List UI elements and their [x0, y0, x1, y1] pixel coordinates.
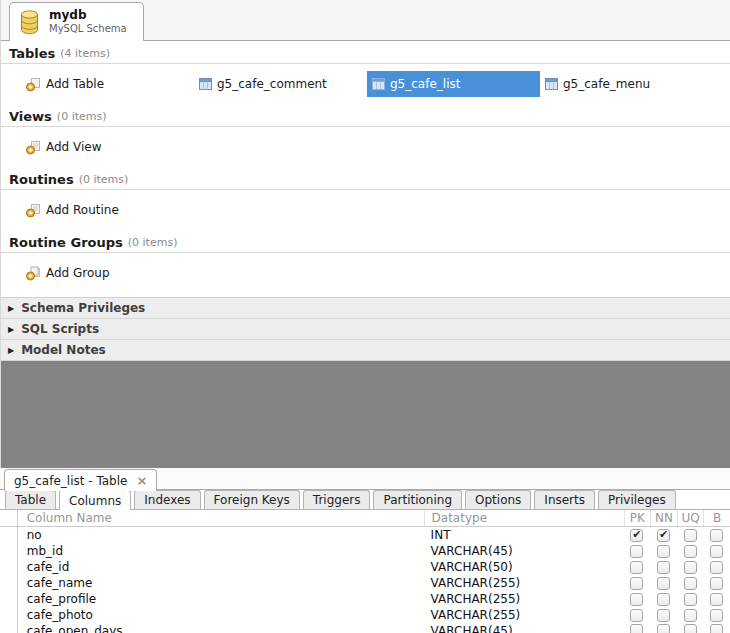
pk-checkbox[interactable] — [630, 609, 643, 622]
column-name-cell[interactable]: cafe_profile — [18, 592, 424, 606]
b-checkbox[interactable] — [710, 577, 723, 590]
tab-options[interactable]: Options — [465, 490, 531, 509]
pk-checkbox[interactable]: ✔ — [630, 529, 643, 542]
add-view-button[interactable]: Add View — [21, 134, 194, 160]
add-view-label: Add View — [46, 140, 102, 154]
pk-checkbox[interactable] — [630, 545, 643, 558]
header-b[interactable]: B — [703, 510, 730, 526]
tab-indexes[interactable]: Indexes — [134, 490, 200, 509]
column-name-cell[interactable]: cafe_id — [18, 560, 424, 574]
nn-checkbox[interactable]: ✔ — [657, 529, 670, 542]
header-datatype[interactable]: Datatype — [424, 510, 624, 526]
row-gutter — [0, 607, 18, 623]
tab-columns[interactable]: Columns — [59, 490, 131, 510]
tab-partitioning[interactable]: Partitioning — [373, 490, 462, 509]
table-row[interactable]: cafe_id VARCHAR(50) — [0, 559, 730, 575]
table-row[interactable]: cafe_open_days VARCHAR(45) — [0, 623, 730, 633]
editor-tab-bar: g5_cafe_list - Table × — [0, 468, 730, 490]
section-title: Routines — [9, 172, 74, 187]
tab-inserts[interactable]: Inserts — [534, 490, 595, 509]
tab-privileges[interactable]: Privileges — [598, 490, 676, 509]
uq-checkbox[interactable] — [684, 609, 697, 622]
add-routine-label: Add Routine — [46, 203, 119, 217]
empty-workspace-band — [1, 361, 730, 468]
header-pk[interactable]: PK — [624, 510, 651, 526]
column-name-cell[interactable]: cafe_open_days — [18, 624, 424, 633]
uq-checkbox[interactable] — [684, 593, 697, 606]
table-icon — [545, 78, 558, 90]
nn-checkbox[interactable] — [657, 593, 670, 606]
schema-tab-mydb[interactable]: mydb MySQL Schema — [9, 2, 144, 41]
column-name-cell[interactable]: mb_id — [18, 544, 424, 558]
accordion-label: Schema Privileges — [21, 301, 145, 315]
column-name-cell[interactable]: cafe_name — [18, 576, 424, 590]
add-group-label: Add Group — [46, 266, 110, 280]
nn-checkbox[interactable] — [657, 577, 670, 590]
tab-triggers[interactable]: Triggers — [303, 490, 371, 509]
header-uq[interactable]: UQ — [677, 510, 704, 526]
nn-checkbox[interactable] — [657, 561, 670, 574]
table-row[interactable]: mb_id VARCHAR(45) — [0, 543, 730, 559]
editor-tab-g5_cafe_list[interactable]: g5_cafe_list - Table × — [4, 469, 157, 491]
section-sql-scripts[interactable]: ▶ SQL Scripts — [1, 319, 730, 340]
table-row[interactable]: cafe_photo VARCHAR(255) — [0, 607, 730, 623]
uq-checkbox[interactable] — [684, 529, 697, 542]
routines-section-header: Routines (0 items) — [1, 171, 730, 190]
table-row[interactable]: cafe_name VARCHAR(255) — [0, 575, 730, 591]
schema-tab-subtitle: MySQL Schema — [49, 23, 127, 35]
datatype-cell[interactable]: VARCHAR(45) — [424, 624, 624, 633]
section-model-notes[interactable]: ▶ Model Notes — [1, 340, 730, 361]
header-column-name[interactable]: Column Name — [18, 511, 424, 525]
header-nn[interactable]: NN — [650, 510, 677, 526]
pk-checkbox[interactable] — [630, 577, 643, 590]
table-item-g5_cafe_list[interactable]: g5_cafe_list — [367, 71, 540, 97]
datatype-cell[interactable]: INT — [424, 528, 624, 542]
add-group-button[interactable]: Add Group — [21, 260, 194, 286]
datatype-cell[interactable]: VARCHAR(255) — [424, 576, 624, 590]
pk-checkbox[interactable] — [630, 624, 643, 633]
section-schema-privileges[interactable]: ▶ Schema Privileges — [1, 298, 730, 319]
datatype-cell[interactable]: VARCHAR(45) — [424, 544, 624, 558]
column-name-cell[interactable]: cafe_photo — [18, 608, 424, 622]
pk-checkbox[interactable] — [630, 593, 643, 606]
row-gutter — [0, 559, 18, 575]
tab-table[interactable]: Table — [5, 490, 56, 509]
nn-checkbox[interactable] — [657, 545, 670, 558]
tables-section-header: Tables (4 items) — [1, 45, 730, 64]
table-item-g5_cafe_comment[interactable]: g5_cafe_comment — [194, 71, 367, 97]
table-item-g5_cafe_menu[interactable]: g5_cafe_menu — [540, 71, 713, 97]
table-editor-panel: g5_cafe_list - Table × Table Columns Ind… — [0, 468, 730, 633]
close-icon[interactable]: × — [136, 474, 147, 487]
table-row[interactable]: no INT ✔ ✔ — [0, 527, 730, 543]
b-checkbox[interactable] — [710, 545, 723, 558]
uq-checkbox[interactable] — [684, 577, 697, 590]
table-item-label: g5_cafe_list — [390, 77, 460, 91]
datatype-cell[interactable]: VARCHAR(50) — [424, 560, 624, 574]
b-checkbox[interactable] — [710, 609, 723, 622]
uq-checkbox[interactable] — [684, 561, 697, 574]
uq-checkbox[interactable] — [684, 545, 697, 558]
row-gutter — [0, 543, 18, 559]
routine-groups-section-header: Routine Groups (0 items) — [1, 234, 730, 253]
add-icon — [26, 140, 41, 155]
tab-foreign-keys[interactable]: Foreign Keys — [204, 490, 300, 509]
table-item-label: g5_cafe_comment — [217, 77, 327, 91]
add-table-button[interactable]: Add Table — [21, 71, 194, 97]
uq-checkbox[interactable] — [684, 624, 697, 633]
section-count: (4 items) — [60, 47, 110, 61]
datatype-cell[interactable]: VARCHAR(255) — [424, 592, 624, 606]
table-row[interactable]: cafe_profile VARCHAR(255) — [0, 591, 730, 607]
table-editor-subtabs: Table Columns Indexes Foreign Keys Trigg… — [0, 490, 730, 510]
b-checkbox[interactable] — [710, 561, 723, 574]
nn-checkbox[interactable] — [657, 624, 670, 633]
nn-checkbox[interactable] — [657, 609, 670, 622]
routine-groups-item-row: Add Group — [1, 253, 730, 293]
b-checkbox[interactable] — [710, 624, 723, 633]
pk-checkbox[interactable] — [630, 561, 643, 574]
column-name-cell[interactable]: no — [18, 528, 424, 542]
b-checkbox[interactable] — [710, 529, 723, 542]
add-icon — [26, 77, 41, 92]
datatype-cell[interactable]: VARCHAR(255) — [424, 608, 624, 622]
b-checkbox[interactable] — [710, 593, 723, 606]
add-routine-button[interactable]: Add Routine — [21, 197, 194, 223]
